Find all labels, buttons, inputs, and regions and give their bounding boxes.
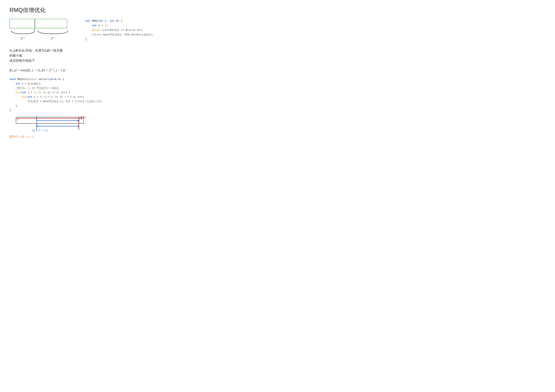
desc-line1: f(i,j)表示从i开始，长度为2j的一段元素 xyxy=(9,48,180,53)
j-label: j xyxy=(79,118,80,121)
init-code-block: void RMQinit(const vector<int>& A) { int… xyxy=(9,77,180,113)
diagram-label-right: 2j−1 xyxy=(37,36,70,40)
top-diagram: 2j−1 2j−1 xyxy=(9,19,76,40)
diagram-label-left: 2j−1 xyxy=(9,36,37,40)
fik-label: f(i,k) xyxy=(81,116,86,119)
final-note: 其中2k ≤ R − L + 1 xyxy=(9,135,180,139)
rmq-code-block: int RMQ(int L, int R) { int k = 0; while… xyxy=(85,19,180,42)
description-block: f(i,j)表示从i开始，长度为2j的一段元素 的最小值 状态转移方程如下 xyxy=(9,48,180,63)
i-label: i xyxy=(17,118,18,121)
fjk-label: f(j − 2k + 1, k) xyxy=(32,128,48,132)
red-top-arrow xyxy=(16,118,82,119)
desc-line2: 的最小值 xyxy=(9,53,180,58)
blue-right-arrow xyxy=(37,121,79,121)
desc-line3: 状态转移方程如下 xyxy=(9,58,180,63)
formula: f(i, j) = min{f(i, j − 1), f(i + 2j−1, j… xyxy=(9,68,180,72)
bottom-diagram: i j f(i,k) f(j − 2k + 1, k) xyxy=(9,116,92,131)
diagram-box-left xyxy=(9,19,35,28)
diagram-box-right xyxy=(36,19,67,28)
blue-bottom-arrow xyxy=(37,126,79,127)
page-title: RMQ倍增优化 xyxy=(9,6,180,14)
